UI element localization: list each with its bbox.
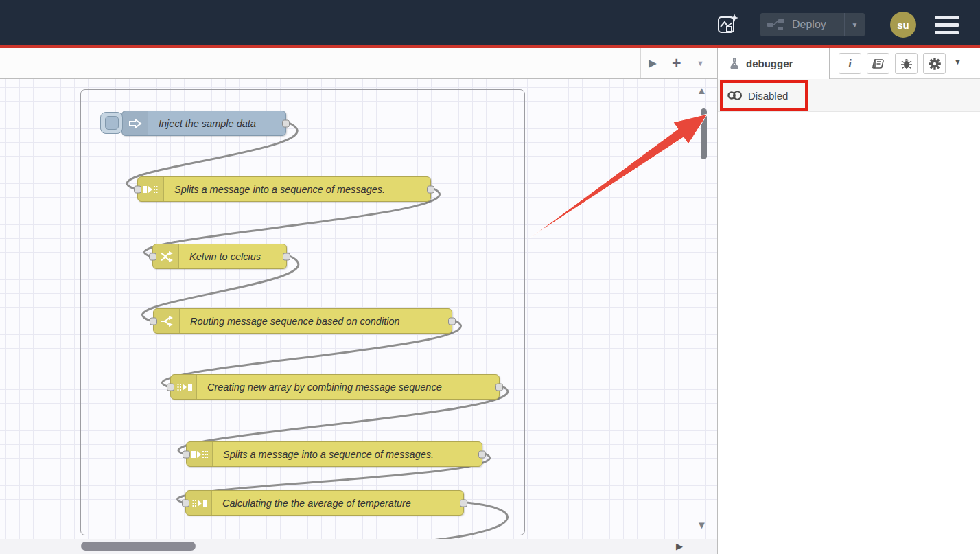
node-output-port[interactable] xyxy=(478,450,486,458)
node-input-port[interactable] xyxy=(183,450,190,458)
split-icon xyxy=(138,177,164,201)
settings-button[interactable] xyxy=(923,53,946,74)
node-output-port[interactable] xyxy=(427,185,434,193)
flask-icon xyxy=(729,58,740,69)
hamburger-bar xyxy=(935,31,959,34)
info-icon: i xyxy=(848,57,852,71)
node-output-port[interactable] xyxy=(282,119,290,127)
node-input-port[interactable] xyxy=(134,185,141,193)
toolbar-divider xyxy=(804,86,804,105)
node-label: Creating new array by combining message … xyxy=(207,382,442,393)
right-sidebar: debugger i xyxy=(717,48,980,554)
node-label: Splits a message into a sequence of mess… xyxy=(174,184,385,195)
node-label: Calculating the the average of temperatu… xyxy=(222,498,411,509)
bug-icon xyxy=(900,58,913,69)
node-label: Kelvin to celcius xyxy=(189,251,261,262)
disabled-toggle-button[interactable]: Disabled xyxy=(727,86,788,104)
flow-list-dropdown-icon[interactable]: ▼ xyxy=(697,59,704,67)
flow-node-join-1[interactable]: Creating new array by combining message … xyxy=(170,374,500,400)
flow-node-change[interactable]: Kelvin to celcius xyxy=(152,244,287,269)
toggle-off-icon xyxy=(727,91,743,100)
main-menu-button[interactable] xyxy=(935,16,959,34)
change-icon xyxy=(153,244,179,268)
deploy-options-caret[interactable]: ▼ xyxy=(844,13,865,36)
flow-node-inject[interactable]: Inject the sample data xyxy=(121,111,286,136)
header-accent-line xyxy=(0,45,980,48)
scroll-down-arrow[interactable]: ▼ xyxy=(697,519,707,531)
flow-node-switch[interactable]: Routing message sequence based on condit… xyxy=(153,308,452,334)
flow-node-split-2[interactable]: Splits a message into a sequence of mess… xyxy=(186,441,482,467)
node-label: Routing message sequence based on condit… xyxy=(190,316,400,327)
user-avatar[interactable]: su xyxy=(890,12,916,38)
node-output-port[interactable] xyxy=(283,253,290,260)
inject-button-face xyxy=(105,116,119,130)
sidebar-options-caret[interactable]: ▼ xyxy=(954,58,961,66)
tab-debugger[interactable]: debugger xyxy=(722,48,830,79)
gear-icon xyxy=(929,58,941,70)
node-label: Splits a message into a sequence of mess… xyxy=(223,449,434,460)
debug-button[interactable] xyxy=(895,53,918,74)
workspace-tab-bar: ▶ + ▼ xyxy=(0,48,717,79)
horizontal-scrollbar-thumb[interactable] xyxy=(81,542,196,551)
book-icon xyxy=(872,58,885,69)
add-flow-button[interactable]: + xyxy=(672,56,681,70)
scroll-up-arrow[interactable]: ▲ xyxy=(697,84,707,96)
flow-assistant-icon[interactable] xyxy=(716,12,739,35)
node-label: Inject the sample data xyxy=(159,118,256,129)
deploy-button[interactable]: Deploy ▼ xyxy=(760,13,865,36)
flow-node-join-2[interactable]: Calculating the the average of temperatu… xyxy=(185,490,464,516)
node-input-port[interactable] xyxy=(149,253,156,260)
info-button[interactable]: i xyxy=(839,53,861,74)
flow-node-split-1[interactable]: Splits a message into a sequence of mess… xyxy=(137,176,431,202)
sidebar-tab-row: debugger i xyxy=(718,48,980,79)
canvas-edge-line xyxy=(712,79,712,539)
header-bar: Deploy ▼ su xyxy=(0,0,980,45)
node-input-port[interactable] xyxy=(150,317,157,325)
node-input-port[interactable] xyxy=(167,383,174,391)
tab-debugger-label: debugger xyxy=(746,58,793,69)
node-output-port[interactable] xyxy=(495,383,503,391)
join-icon xyxy=(186,491,212,515)
join-icon xyxy=(171,375,197,399)
deploy-label: Deploy xyxy=(792,19,844,31)
disabled-label: Disabled xyxy=(748,90,788,102)
scroll-right-arrow[interactable]: ▶ xyxy=(676,541,683,551)
vertical-scrollbar-thumb[interactable] xyxy=(701,108,707,159)
tab-bar-controls: ▶ + ▼ xyxy=(640,48,712,78)
split-icon xyxy=(187,442,213,466)
debug-filter-row: Disabled xyxy=(718,79,980,112)
node-input-port[interactable] xyxy=(182,499,189,507)
switch-icon xyxy=(154,309,180,333)
hamburger-bar xyxy=(935,23,959,27)
flow-canvas[interactable]: Inject the sample data Splits a message … xyxy=(0,79,717,539)
hamburger-bar xyxy=(935,16,959,19)
inject-trigger-button[interactable] xyxy=(100,112,123,134)
deploy-nodes-icon xyxy=(767,19,785,30)
node-output-port[interactable] xyxy=(448,317,456,325)
node-output-port[interactable] xyxy=(460,499,467,507)
inject-arrow-icon xyxy=(122,111,148,135)
horizontal-scrollbar[interactable]: ▶ xyxy=(0,539,717,554)
next-tab-icon[interactable]: ▶ xyxy=(649,57,657,69)
help-button[interactable] xyxy=(867,53,889,74)
